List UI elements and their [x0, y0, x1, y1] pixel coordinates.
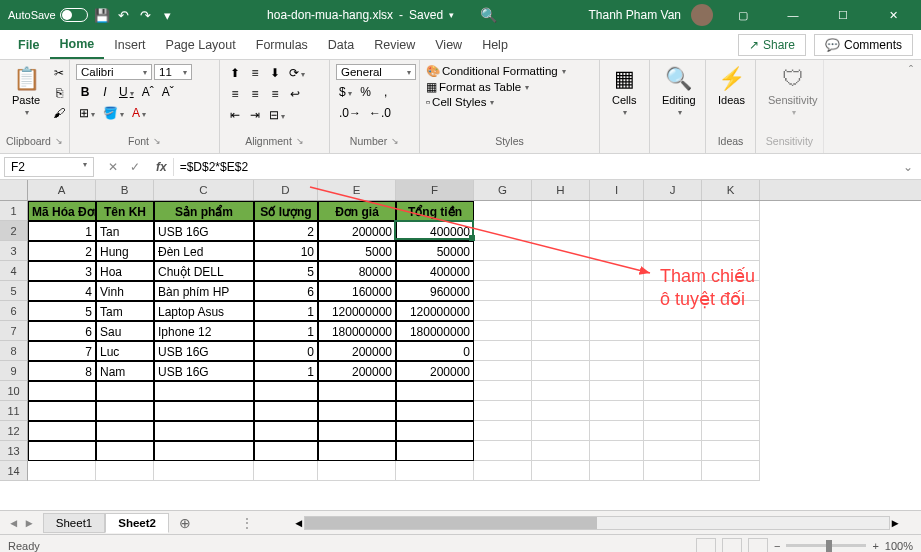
- cell-C1[interactable]: Sản phẩm: [154, 201, 254, 221]
- cell-J10[interactable]: [644, 381, 702, 401]
- cell-K14[interactable]: [702, 461, 760, 481]
- copy-icon[interactable]: ⎘: [50, 84, 68, 102]
- cell-B10[interactable]: [96, 381, 154, 401]
- tab-insert[interactable]: Insert: [104, 32, 155, 58]
- cell-F3[interactable]: 50000: [396, 241, 474, 261]
- cell-K9[interactable]: [702, 361, 760, 381]
- border-icon[interactable]: ⊞▾: [76, 104, 98, 122]
- cell-K4[interactable]: [702, 261, 760, 281]
- cell-F11[interactable]: [396, 401, 474, 421]
- close-icon[interactable]: ✕: [873, 0, 913, 30]
- cell-E10[interactable]: [318, 381, 396, 401]
- cell-I3[interactable]: [590, 241, 644, 261]
- cell-G14[interactable]: [474, 461, 532, 481]
- cell-E3[interactable]: 5000: [318, 241, 396, 261]
- cell-E7[interactable]: 180000000: [318, 321, 396, 341]
- cell-F4[interactable]: 400000: [396, 261, 474, 281]
- font-name-combo[interactable]: Calibri▾: [76, 64, 152, 80]
- cell-C4[interactable]: Chuột DELL: [154, 261, 254, 281]
- cell-K2[interactable]: [702, 221, 760, 241]
- tab-help[interactable]: Help: [472, 32, 518, 58]
- cell-H2[interactable]: [532, 221, 590, 241]
- search-icon[interactable]: 🔍: [480, 7, 497, 23]
- cell-G10[interactable]: [474, 381, 532, 401]
- tab-home[interactable]: Home: [50, 31, 105, 59]
- column-header-D[interactable]: D: [254, 180, 318, 200]
- cell-F1[interactable]: Tổng tiền: [396, 201, 474, 221]
- increase-indent-icon[interactable]: ⇥: [246, 106, 264, 124]
- cell-I8[interactable]: [590, 341, 644, 361]
- cell-I10[interactable]: [590, 381, 644, 401]
- italic-button[interactable]: I: [96, 83, 114, 101]
- cell-F2[interactable]: 400000: [396, 221, 474, 241]
- launcher-icon[interactable]: ↘: [296, 136, 304, 146]
- cell-G9[interactable]: [474, 361, 532, 381]
- cells-button[interactable]: ▦ Cells ▾: [606, 64, 642, 119]
- save-icon[interactable]: 💾: [94, 7, 110, 23]
- name-box[interactable]: F2 ▾: [4, 157, 94, 177]
- cell-J14[interactable]: [644, 461, 702, 481]
- row-header-12[interactable]: 12: [0, 421, 28, 441]
- align-left-icon[interactable]: ≡: [226, 85, 244, 103]
- cell-I6[interactable]: [590, 301, 644, 321]
- cell-D12[interactable]: [254, 421, 318, 441]
- cell-J13[interactable]: [644, 441, 702, 461]
- cell-E8[interactable]: 200000: [318, 341, 396, 361]
- merge-icon[interactable]: ⊟▾: [266, 106, 288, 124]
- wrap-text-icon[interactable]: ↩: [286, 85, 304, 103]
- cell-H13[interactable]: [532, 441, 590, 461]
- cell-D5[interactable]: 6: [254, 281, 318, 301]
- cell-G7[interactable]: [474, 321, 532, 341]
- column-header-G[interactable]: G: [474, 180, 532, 200]
- select-all-corner[interactable]: [0, 180, 28, 200]
- cell-H5[interactable]: [532, 281, 590, 301]
- cell-H11[interactable]: [532, 401, 590, 421]
- tab-data[interactable]: Data: [318, 32, 364, 58]
- cell-I1[interactable]: [590, 201, 644, 221]
- cell-G12[interactable]: [474, 421, 532, 441]
- minimize-icon[interactable]: —: [773, 0, 813, 30]
- view-page-layout-icon[interactable]: [722, 538, 742, 553]
- zoom-in-icon[interactable]: +: [872, 540, 878, 552]
- increase-decimal-icon[interactable]: .0→: [336, 104, 364, 122]
- row-header-5[interactable]: 5: [0, 281, 28, 301]
- scroll-left-icon[interactable]: ◄: [293, 517, 304, 529]
- cell-E6[interactable]: 120000000: [318, 301, 396, 321]
- tab-view[interactable]: View: [425, 32, 472, 58]
- cell-E5[interactable]: 160000: [318, 281, 396, 301]
- cell-I14[interactable]: [590, 461, 644, 481]
- row-header-11[interactable]: 11: [0, 401, 28, 421]
- cell-C7[interactable]: Iphone 12: [154, 321, 254, 341]
- zoom-out-icon[interactable]: −: [774, 540, 780, 552]
- launcher-icon[interactable]: ↘: [153, 136, 161, 146]
- cell-C3[interactable]: Đèn Led: [154, 241, 254, 261]
- maximize-icon[interactable]: ☐: [823, 0, 863, 30]
- zoom-slider[interactable]: [786, 544, 866, 547]
- cell-G5[interactable]: [474, 281, 532, 301]
- cell-C5[interactable]: Bàn phím HP: [154, 281, 254, 301]
- cell-A10[interactable]: [28, 381, 96, 401]
- cell-G8[interactable]: [474, 341, 532, 361]
- number-format-combo[interactable]: General▾: [336, 64, 416, 80]
- undo-icon[interactable]: ↶: [116, 7, 132, 23]
- qat-dropdown-icon[interactable]: ▾: [160, 7, 176, 23]
- toggle-switch-icon[interactable]: [60, 8, 88, 22]
- cell-H12[interactable]: [532, 421, 590, 441]
- cell-J12[interactable]: [644, 421, 702, 441]
- sheet-tab-1[interactable]: Sheet1: [43, 513, 105, 533]
- cell-J7[interactable]: [644, 321, 702, 341]
- cell-J2[interactable]: [644, 221, 702, 241]
- fx-icon[interactable]: fx: [150, 160, 173, 174]
- cell-B8[interactable]: Luc: [96, 341, 154, 361]
- cell-B9[interactable]: Nam: [96, 361, 154, 381]
- cell-J9[interactable]: [644, 361, 702, 381]
- accept-formula-icon[interactable]: ✓: [126, 160, 144, 174]
- row-header-3[interactable]: 3: [0, 241, 28, 261]
- cell-D6[interactable]: 1: [254, 301, 318, 321]
- zoom-level[interactable]: 100%: [885, 540, 913, 552]
- cell-A5[interactable]: 4: [28, 281, 96, 301]
- cell-I2[interactable]: [590, 221, 644, 241]
- launcher-icon[interactable]: ↘: [391, 136, 399, 146]
- horizontal-scrollbar[interactable]: ◄ ►: [293, 516, 901, 530]
- cell-D10[interactable]: [254, 381, 318, 401]
